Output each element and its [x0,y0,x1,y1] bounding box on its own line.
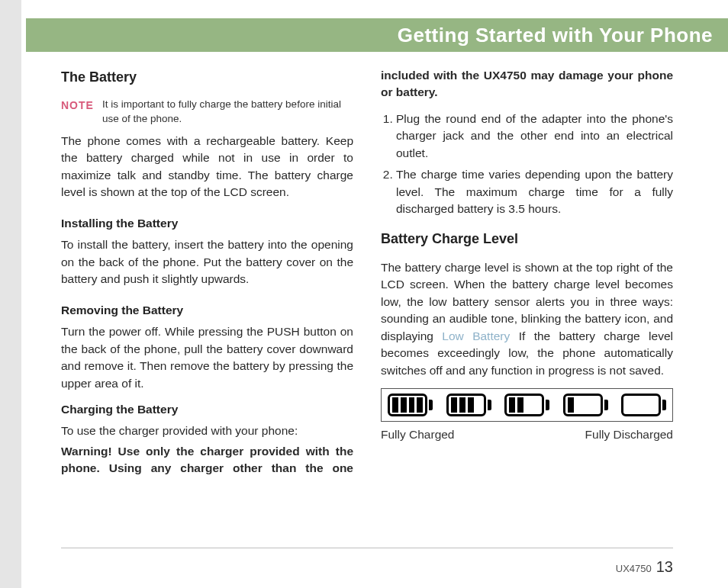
paragraph-charging-intro: To use the charger provided with your ph… [61,423,353,439]
note-label: NOTE [61,98,102,113]
heading-installing: Installing the Battery [61,215,353,232]
heading-the-battery: The Battery [61,67,353,87]
battery-icon-1 [563,394,608,416]
paragraph-charge-level: The battery charge level is shown at the… [381,259,673,379]
battery-icons-row [381,388,673,422]
battery-icon-0 [621,394,666,416]
page-title: Getting Started with Your Phone [398,24,713,47]
heading-removing: Removing the Battery [61,302,353,319]
battery-labels-row: Fully Charged Fully Discharged [381,426,673,443]
step-1: Plug the round end of the adapter into t… [396,111,673,162]
charging-steps-list: Plug the round end of the adapter into t… [381,111,673,218]
footer-model: UX4750 [616,563,652,574]
footer-page-number: 13 [656,558,673,576]
heading-charge-level: Battery Charge Level [381,229,673,249]
step-2: The charge time varies depending upon th… [396,166,673,217]
battery-level-figure: Fully Charged Fully Discharged [381,388,673,443]
battery-icon-2 [504,394,549,416]
heading-charging: Charging the Battery [61,401,353,418]
left-sidebar-strip [0,0,21,588]
paragraph-battery-intro: The phone comes with a rechargeable batt… [61,133,353,201]
footer-rule [61,548,673,548]
label-fully-discharged: Fully Discharged [585,426,673,443]
note-block: NOTE It is important to fully charge the… [61,98,353,127]
page-body: The Battery NOTE It is important to full… [61,67,673,521]
paragraph-installing: To install the battery, insert the batte… [61,236,353,288]
label-fully-charged: Fully Charged [381,426,455,443]
battery-icon-4 [388,394,433,416]
low-battery-label: Low Battery [442,329,510,342]
battery-icon-3 [446,394,491,416]
page-footer: UX4750 13 [616,558,673,576]
note-text: It is important to fully charge the batt… [102,98,353,127]
page-header: Getting Started with Your Phone [26,18,728,52]
paragraph-removing: Turn the power off. While pressing the P… [61,323,353,392]
